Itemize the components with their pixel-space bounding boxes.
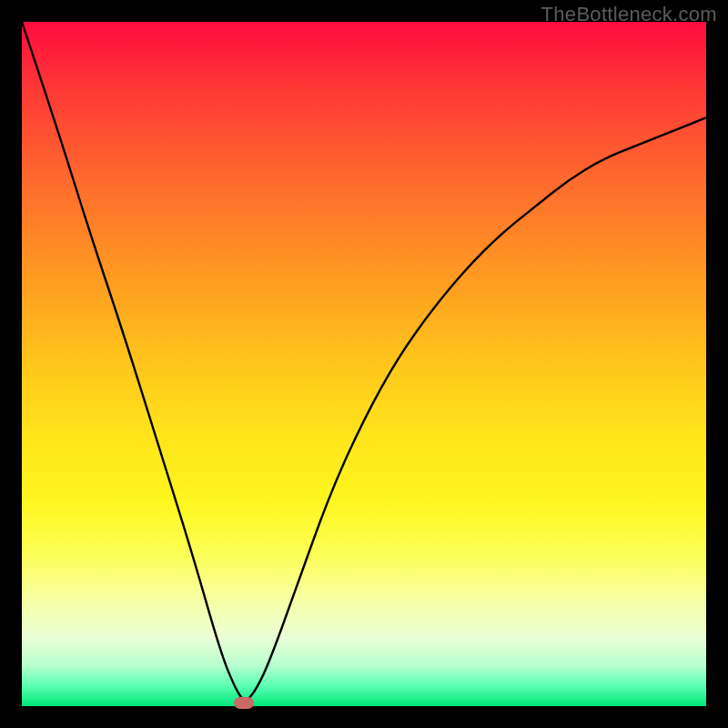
- plot-area: [22, 22, 706, 706]
- chart-frame: TheBottleneck.com: [0, 0, 728, 728]
- minimum-marker: [234, 697, 254, 709]
- bottleneck-curve: [22, 22, 706, 706]
